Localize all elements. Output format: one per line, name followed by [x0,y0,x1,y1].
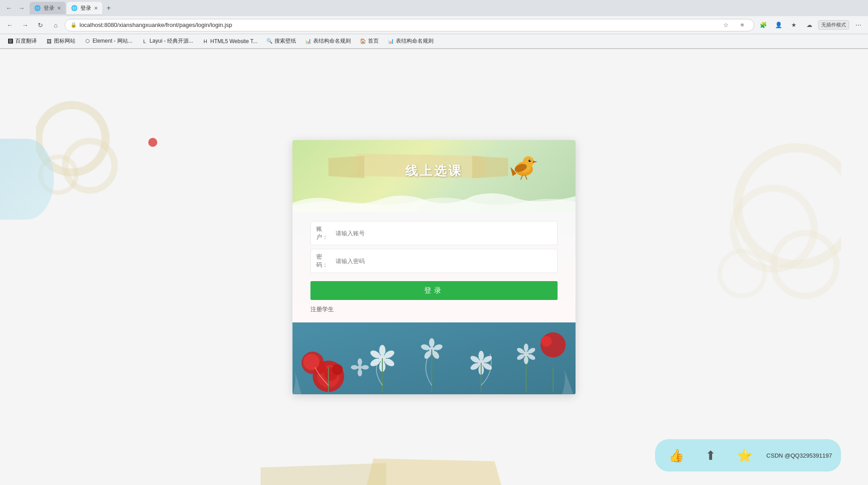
bookmark-label-4: Layui - 经典开源... [150,37,193,45]
tab-label-1: 登录 [44,4,54,12]
bookmark-label-9: 表结构命名规则 [396,37,434,45]
bookmark-icon-8: 🏠 [360,38,366,44]
password-label: 密码： [316,253,332,269]
password-input[interactable] [332,257,552,265]
right-decoration [661,139,841,320]
back-nav-button[interactable]: ← [4,19,16,31]
extensions-button[interactable]: 🧩 [757,19,770,31]
svg-point-15 [530,160,531,161]
forward-nav-button[interactable]: → [19,19,31,31]
new-tab-button[interactable]: + [103,3,114,13]
forward-button[interactable]: → [16,3,27,13]
login-button[interactable]: 登录 [310,281,558,300]
bookmark-label-1: 百度翻译 [15,37,37,45]
svg-point-60 [524,344,528,352]
account-input[interactable] [332,229,552,238]
no-toolbar-badge[interactable]: 无插件模式 [818,20,849,30]
svg-point-36 [429,338,434,347]
svg-point-42 [478,351,484,361]
favorites-button[interactable]: ★ [788,19,800,31]
svg-point-63 [524,356,528,364]
bookmark-table-rules-2[interactable]: 📊 表结构命名规则 [384,36,437,46]
tab-favicon-1: 🌐 [34,5,41,11]
cursor-dot [148,138,157,147]
login-card: 线上选课 [292,140,576,394]
page-content: 线上选课 [0,49,868,485]
bookmark-label-6: 搜索壁纸 [275,37,296,45]
tab-close-1[interactable]: ✕ [57,5,61,11]
thumbs-up-button[interactable]: 👍 [664,443,689,468]
bookmark-icon-3: ⬡ [84,38,91,44]
header-title: 线上选课 [405,163,463,180]
mountain-silhouette [292,190,576,212]
back-button[interactable]: ← [4,3,14,13]
tab-close-2[interactable]: ✕ [94,5,98,11]
address-right-icons: ☆ ≡ [720,19,748,31]
bookmark-label-3: Element - 网站... [93,37,133,45]
svg-point-58 [351,365,358,370]
bookmark-home[interactable]: 🏠 首页 [356,36,382,46]
svg-marker-8 [328,156,364,178]
refresh-button[interactable]: ↻ [34,19,47,31]
settings-button[interactable]: ⋯ [852,19,864,31]
bookmark-label-5: HTML5 Website T... [210,38,257,44]
svg-point-3 [738,148,841,265]
bookmark-label-8: 首页 [368,37,379,45]
bookmark-element[interactable]: ⬡ Element - 网站... [81,36,136,46]
card-form: 账户： 密码： 登录 注册学生 [292,212,576,322]
reader-mode-button[interactable]: ≡ [736,19,748,31]
tab-bar: ← → 🌐 登录 ✕ 🌐 登录 ✕ + [0,0,868,16]
svg-point-54 [358,365,362,370]
bookmark-icon-9: 📊 [388,38,394,44]
address-text: localhost:8080/xianshangxuanke/front/pag… [80,22,232,28]
address-bar[interactable]: 🔒 localhost:8080/xianshangxuanke/front/p… [65,19,754,31]
bookmark-baidu-translate[interactable]: 🅱 百度翻译 [4,36,40,46]
bookmark-html5[interactable]: H HTML5 Website T... [199,37,261,45]
lock-icon: 🔒 [71,22,77,28]
bookmark-table-rules-1[interactable]: 📊 表结构命名规则 [301,36,354,46]
bottom-decoration-2 [261,463,386,485]
profile-button[interactable]: 👤 [772,19,785,31]
csdn-widget: 👍 ⬆ ⭐ CSDN @QQ3295391197 [655,439,841,472]
register-link[interactable]: 注册学生 [310,305,558,313]
svg-point-55 [358,358,362,366]
bookmark-label-7: 表结构命名规则 [313,37,351,45]
bookmark-icon-site[interactable]: 🖼 图标网站 [42,36,79,46]
bookmark-icon-6: 🔍 [266,38,273,44]
tab-nav-icons: ← → [4,3,27,13]
account-field-row: 账户： [310,221,558,245]
browser-chrome: ← → 🌐 登录 ✕ 🌐 登录 ✕ + ← → ↻ ⌂ 🔒 localhost:… [0,0,868,49]
bookmark-wallpaper[interactable]: 🔍 搜索壁纸 [263,36,300,46]
bookmark-star-button[interactable]: ☆ [720,19,732,31]
floral-svg [292,322,576,394]
tab-inactive[interactable]: 🌐 登录 ✕ [30,2,66,14]
svg-marker-13 [533,161,537,163]
star-button[interactable]: ⭐ [732,443,757,468]
teal-decoration [0,139,54,220]
bookmark-label-2: 图标网站 [54,37,75,45]
share-button[interactable]: ⬆ [698,443,723,468]
tab-active[interactable]: 🌐 登录 ✕ [66,2,102,14]
password-field-row: 密码： [310,249,558,273]
bookmark-icon-1: 🅱 [7,38,13,44]
bookmark-layui[interactable]: L Layui - 经典开源... [138,36,197,46]
bookmark-icon-2: 🖼 [46,38,52,44]
collections-button[interactable]: ☁ [803,19,815,31]
home-button[interactable]: ⌂ [49,19,62,31]
account-label: 账户： [316,225,332,241]
bookmark-icon-5: H [202,38,208,44]
address-bar-row: ← → ↻ ⌂ 🔒 localhost:8080/xianshangxuanke… [0,16,868,34]
csdn-label: CSDN @QQ3295391197 [766,452,832,459]
bookmarks-bar: 🅱 百度翻译 🖼 图标网站 ⬡ Element - 网站... L Layui … [0,34,868,48]
card-footer-decoration [292,322,576,394]
svg-point-29 [379,345,385,356]
tab-favicon-2: 🌐 [71,5,78,11]
tab-label-2: 登录 [80,4,91,12]
bottom-decoration-1 [367,459,501,485]
bookmark-icon-7: 📊 [305,38,311,44]
svg-point-57 [358,369,362,376]
svg-marker-9 [472,156,508,178]
bird-decoration [504,145,540,181]
card-header: 线上选课 [292,140,576,212]
svg-point-27 [303,354,319,370]
